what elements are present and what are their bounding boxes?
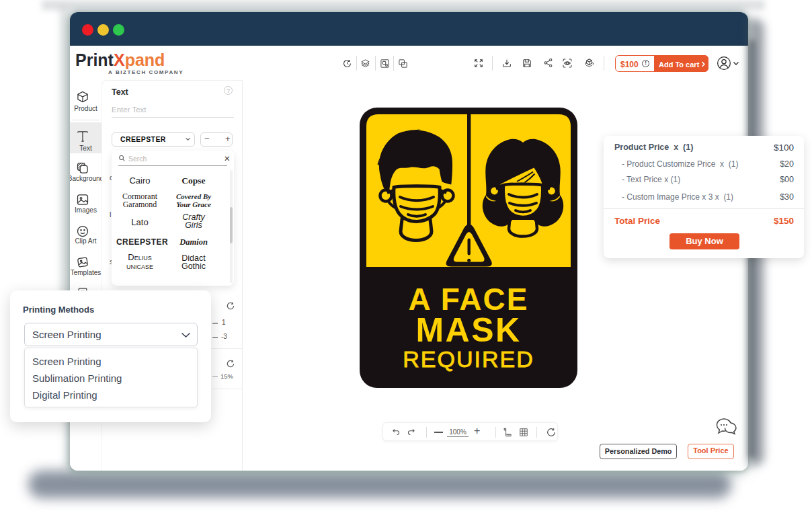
svg-text:MASK: MASK — [415, 311, 521, 349]
svg-text:REQUIRED: REQUIRED — [403, 346, 534, 372]
